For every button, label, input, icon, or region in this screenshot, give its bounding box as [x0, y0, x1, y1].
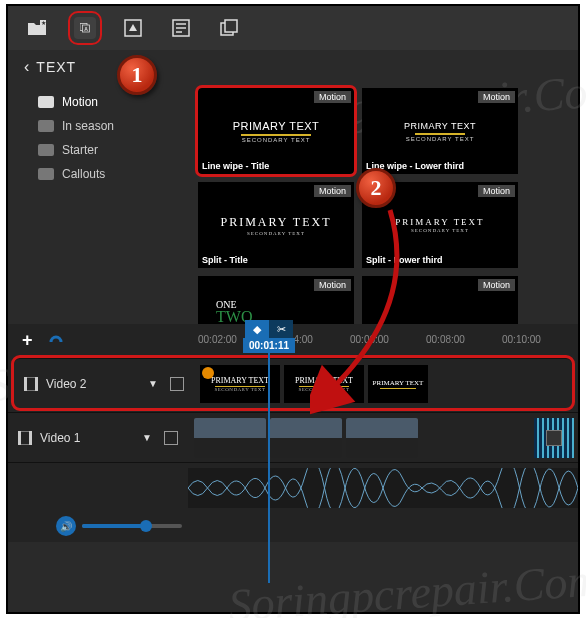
sidebar-item-in-season[interactable]: In season: [38, 114, 158, 138]
sidebar-item-label: Callouts: [62, 167, 105, 181]
svg-rect-8: [225, 20, 237, 32]
volume-control[interactable]: 🔊: [56, 516, 182, 536]
sidebar-item-label: In season: [62, 119, 114, 133]
ruler-tick: 00:10:00: [502, 334, 578, 345]
snap-icon[interactable]: [48, 332, 64, 348]
svg-rect-11: [35, 377, 38, 391]
text-clip[interactable]: PRIMARY TEXT SECONDARY TEXT: [284, 365, 364, 403]
star-icon: [202, 367, 214, 379]
track-header[interactable]: Video 1 ▼: [8, 431, 188, 445]
track-name: Video 1: [40, 431, 80, 445]
preset-primary: PRIMARY TEXT: [404, 121, 476, 131]
media-toolbar: ★ A: [8, 6, 578, 50]
effect-clip[interactable]: [534, 418, 574, 458]
folder-tab-icon[interactable]: ★: [26, 17, 48, 39]
category-sidebar: Motion In season Starter Callouts: [8, 84, 158, 324]
ruler-tick: 00:06:00: [350, 334, 426, 345]
track-visibility-icon[interactable]: [164, 431, 178, 445]
svg-text:A: A: [84, 26, 88, 32]
annotation-callout-2: 2: [356, 168, 396, 208]
video-clip-thumb[interactable]: [346, 418, 418, 458]
playhead-marker-icon[interactable]: ◆: [245, 320, 269, 338]
svg-rect-14: [29, 431, 32, 445]
preset-tag: Motion: [314, 279, 351, 291]
preset-tag: Motion: [314, 185, 351, 197]
preset-underline: [241, 134, 311, 136]
annotation-callout-1: 1: [117, 55, 157, 95]
preset-secondary: SECONDARY TEXT: [406, 136, 475, 142]
preset-label: Line wipe - Title: [202, 161, 269, 171]
svg-text:★: ★: [41, 20, 46, 26]
track-header[interactable]: Video 2 ▼: [14, 377, 194, 391]
text-clip[interactable]: PRIMARY TEXT: [368, 365, 428, 403]
chevron-down-icon[interactable]: ▼: [148, 378, 158, 389]
svg-rect-13: [18, 431, 21, 445]
folder-icon: [38, 120, 54, 132]
add-track-icon[interactable]: +: [22, 330, 33, 351]
clip-primary: PRIMARY TEXT: [295, 376, 353, 385]
behaviors-tab-icon[interactable]: [122, 17, 144, 39]
clip-underline: [380, 388, 416, 389]
playhead-cut-icon[interactable]: ✂: [269, 320, 293, 338]
back-chevron-icon[interactable]: ‹: [24, 58, 30, 76]
preset-secondary: SECONDARY TEXT: [247, 231, 305, 236]
playhead[interactable]: ◆ ✂ 00:01:11: [244, 320, 294, 583]
video-track-icon: [18, 431, 32, 445]
preset-label: Split - Title: [202, 255, 248, 265]
preset-primary: PRIMARY TEXT: [233, 120, 320, 132]
video-track-icon: [24, 377, 38, 391]
panel-header[interactable]: ‹ TEXT: [8, 50, 578, 84]
preset-label: Split - Lower third: [366, 255, 443, 265]
preset-tag: Motion: [314, 91, 351, 103]
preset-line-wipe-title[interactable]: Motion PRIMARY TEXT SECONDARY TEXT Line …: [198, 88, 354, 174]
chevron-down-icon[interactable]: ▼: [142, 432, 152, 443]
text-tab-icon[interactable]: A: [74, 17, 96, 39]
sidebar-item-label: Starter: [62, 143, 98, 157]
preset-split-title[interactable]: Motion PRIMARY TEXT SECONDARY TEXT Split…: [198, 182, 354, 268]
preset-tag: Motion: [478, 185, 515, 197]
overlays-tab-icon[interactable]: [218, 17, 240, 39]
ruler-tick: 00:08:00: [426, 334, 502, 345]
preset-line-wipe-lower-third[interactable]: Motion PRIMARY TEXT SECONDARY TEXT Line …: [362, 88, 518, 174]
track-visibility-icon[interactable]: [170, 377, 184, 391]
preset-primary: PRIMARY TEXT: [395, 217, 484, 227]
volume-slider[interactable]: [82, 524, 182, 528]
preset-primary: PRIMARY TEXT: [220, 215, 331, 230]
speaker-icon[interactable]: 🔊: [56, 516, 76, 536]
folder-icon: [38, 144, 54, 156]
filters-tab-icon[interactable]: [170, 17, 192, 39]
playhead-line: [268, 353, 270, 583]
clip-primary: PRIMARY TEXT: [373, 379, 424, 387]
preset-underline: [415, 133, 465, 135]
sidebar-item-callouts[interactable]: Callouts: [38, 162, 158, 186]
folder-icon: [38, 168, 54, 180]
track-name: Video 2: [46, 377, 86, 391]
preset-tag: Motion: [478, 91, 515, 103]
preset-secondary: SECONDARY TEXT: [242, 137, 311, 143]
svg-rect-10: [24, 377, 27, 391]
folder-open-icon: [38, 96, 54, 108]
clip-secondary: SECONDARY TEXT: [298, 387, 349, 392]
preset-secondary: SECONDARY TEXT: [411, 228, 469, 233]
panel-title: TEXT: [36, 59, 76, 75]
preset-tag: Motion: [478, 279, 515, 291]
sidebar-item-starter[interactable]: Starter: [38, 138, 158, 162]
playhead-time: 00:01:11: [243, 338, 295, 353]
effect-icon: [546, 430, 562, 446]
sidebar-item-label: Motion: [62, 95, 98, 109]
